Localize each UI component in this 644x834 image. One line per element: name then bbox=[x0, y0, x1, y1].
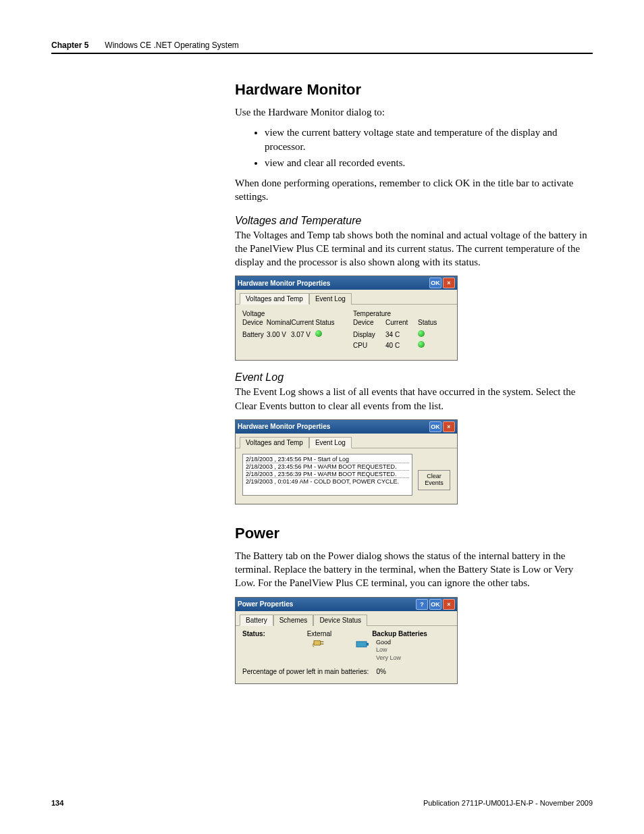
state-low: Low bbox=[376, 646, 401, 654]
tab-battery[interactable]: Battery bbox=[240, 615, 273, 626]
hm-bullet-2: view and clear all recorded events. bbox=[265, 156, 593, 170]
header-rule bbox=[51, 53, 593, 54]
hm-after: When done performing operations, remembe… bbox=[235, 176, 593, 204]
titlebar: Hardware Monitor Properties OK × bbox=[236, 276, 457, 290]
state-good: Good bbox=[376, 639, 401, 647]
publication-id: Publication 2711P-UM001J-EN-P - November… bbox=[423, 799, 593, 807]
temp-h3: Status bbox=[418, 319, 450, 326]
svg-rect-0 bbox=[314, 640, 321, 644]
close-button[interactable]: × bbox=[443, 421, 455, 432]
voltage-h1: Device bbox=[242, 319, 267, 326]
voltages-temp-heading: Voltages and Temperature bbox=[235, 215, 593, 227]
status-good-icon bbox=[418, 341, 425, 348]
tab-event-log[interactable]: Event Log bbox=[309, 293, 352, 305]
hardware-monitor-dialog-eventlog: Hardware Monitor Properties OK × Voltage… bbox=[235, 419, 458, 504]
voltage-h4: Status bbox=[315, 319, 340, 326]
dialog-title: Hardware Monitor Properties bbox=[238, 280, 428, 287]
tab-event-log[interactable]: Event Log bbox=[309, 437, 352, 448]
titlebar: Hardware Monitor Properties OK × bbox=[236, 420, 457, 434]
header-title: Windows CE .NET Operating System bbox=[105, 41, 239, 50]
event-list[interactable]: 2/18/2003 , 23:45:56 PM - Start of Log 2… bbox=[242, 454, 412, 496]
header-chapter: Chapter 5 bbox=[51, 41, 88, 50]
voltage-nominal: 3.00 V bbox=[267, 331, 291, 338]
close-button[interactable]: × bbox=[443, 599, 455, 610]
temp-cpu-current: 40 C bbox=[385, 342, 418, 349]
help-button[interactable]: ? bbox=[416, 599, 428, 610]
voltages-temp-body: The Voltages and Temp tab shows both the… bbox=[235, 228, 593, 269]
hm-bullets: view the current battery voltage state a… bbox=[235, 126, 593, 170]
ok-button[interactable]: OK bbox=[429, 421, 441, 432]
event-log-heading: Event Log bbox=[235, 371, 593, 384]
event-log-body: The Event Log shows a list of all events… bbox=[235, 385, 593, 413]
tabstrip: Voltages and Temp Event Log bbox=[236, 434, 457, 448]
status-good-icon bbox=[418, 330, 425, 337]
voltage-h3: Current bbox=[291, 319, 315, 326]
power-heading: Power bbox=[235, 525, 593, 542]
hardware-monitor-heading: Hardware Monitor bbox=[235, 81, 593, 99]
voltage-h2: Nominal bbox=[267, 319, 292, 326]
dialog-title: Hardware Monitor Properties bbox=[238, 423, 428, 430]
voltage-group: Voltage Device Nominal Current Status Ba… bbox=[242, 310, 340, 352]
hardware-monitor-dialog-vt: Hardware Monitor Properties OK × Voltage… bbox=[235, 276, 458, 361]
tab-voltages-temp[interactable]: Voltages and Temp bbox=[240, 293, 309, 305]
clear-events-button[interactable]: Clear Events bbox=[418, 470, 450, 490]
tab-voltages-temp[interactable]: Voltages and Temp bbox=[240, 437, 309, 448]
power-properties-dialog: Power Properties ? OK × Battery Schemes … bbox=[235, 597, 458, 684]
temp-h1: Device bbox=[353, 319, 385, 326]
temperature-group: Temperature Device Current Status Displa… bbox=[353, 310, 450, 352]
page-number: 134 bbox=[51, 799, 63, 807]
event-row: 2/19/2003 , 0:01:49 AM - COLD BOOT, POWE… bbox=[246, 478, 409, 485]
event-row: 2/18/2003 , 23:56:39 PM - WARM BOOT REQU… bbox=[246, 471, 409, 478]
temp-cpu-device: CPU bbox=[353, 342, 385, 349]
state-very-low: Very Low bbox=[376, 654, 401, 662]
hm-bullet-1: view the current battery voltage state a… bbox=[265, 126, 593, 153]
temperature-group-label: Temperature bbox=[353, 310, 450, 317]
status-good-icon bbox=[315, 330, 322, 337]
titlebar: Power Properties ? OK × bbox=[236, 598, 457, 611]
battery-icon bbox=[349, 639, 376, 662]
temp-display-current: 34 C bbox=[385, 331, 418, 338]
plug-icon bbox=[290, 637, 349, 650]
event-row: 2/18/2003 , 23:45:56 PM - Start of Log bbox=[246, 456, 409, 463]
tab-device-status[interactable]: Device Status bbox=[313, 615, 367, 626]
svg-rect-4 bbox=[367, 643, 369, 646]
tabstrip: Voltages and Temp Event Log bbox=[236, 290, 457, 305]
close-button[interactable]: × bbox=[443, 278, 455, 288]
dialog-title: Power Properties bbox=[238, 600, 414, 608]
voltage-current: 3.07 V bbox=[291, 331, 315, 338]
backup-batteries-label: Backup Batteries bbox=[349, 630, 450, 637]
pct-value: 0% bbox=[376, 668, 385, 675]
event-row: 2/18/2003 , 23:45:56 PM - WARM BOOT REQU… bbox=[246, 463, 409, 471]
ok-button[interactable]: OK bbox=[429, 278, 441, 288]
voltage-group-label: Voltage bbox=[242, 310, 340, 317]
external-label: External bbox=[290, 630, 349, 637]
hm-intro: Use the Hardware Monitor dialog to: bbox=[235, 105, 593, 119]
pct-label: Percentage of power left in main batteri… bbox=[242, 668, 369, 675]
ok-button[interactable]: OK bbox=[429, 599, 441, 610]
tab-schemes[interactable]: Schemes bbox=[273, 615, 314, 626]
temp-display-device: Display bbox=[353, 331, 385, 338]
voltage-device: Battery bbox=[242, 331, 267, 338]
temp-h2: Current bbox=[385, 319, 418, 326]
power-body: The Battery tab on the Power dialog show… bbox=[235, 549, 593, 590]
tabstrip: Battery Schemes Device Status bbox=[236, 611, 457, 626]
status-label: Status: bbox=[242, 630, 290, 662]
svg-rect-3 bbox=[356, 642, 367, 647]
